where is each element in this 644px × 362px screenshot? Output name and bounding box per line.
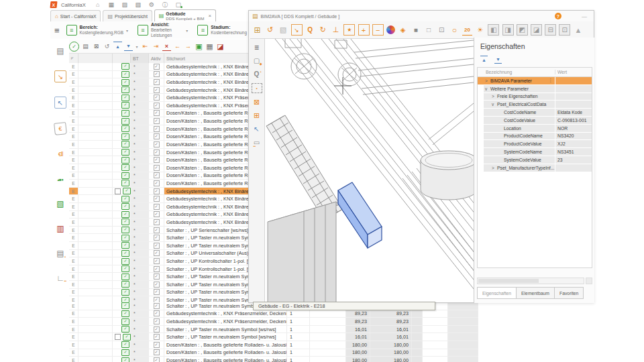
table-row[interactable]: E * Gebäudesystemtechnik : , KNX Binärei… — [69, 78, 249, 86]
aktiv-checkbox[interactable] — [154, 103, 160, 109]
nav-right-icon[interactable] — [184, 42, 193, 51]
tray-dots-icon[interactable] — [252, 138, 262, 147]
window-icon[interactable] — [107, 1, 115, 9]
rotate-view-icon[interactable] — [318, 25, 328, 35]
undo-icon[interactable] — [103, 42, 111, 51]
select-region-icon[interactable] — [252, 83, 262, 93]
document-tab[interactable]: Gebäude DDS Komplett « BIM — [154, 9, 216, 21]
view-left-icon[interactable] — [531, 24, 542, 36]
row-checkbox[interactable] — [115, 334, 121, 340]
doc-edit-icon[interactable] — [55, 248, 66, 259]
aktiv-checkbox[interactable] — [154, 196, 160, 202]
doc-list-icon[interactable] — [55, 46, 66, 56]
aktiv-checkbox[interactable] — [154, 110, 160, 116]
Freie Eigenschaften[interactable]: >Freie Eigenschaften — [478, 93, 592, 101]
properties-hscrollbar[interactable] — [477, 278, 584, 284]
aktiv-checkbox[interactable] — [154, 188, 160, 194]
aktiv-checkbox[interactable] — [154, 318, 160, 324]
nav-left-icon[interactable] — [173, 42, 182, 51]
table-row[interactable]: E * Schalter : , UP Kontrollschalter 1-p… — [69, 265, 249, 274]
aktiv-checkbox[interactable] — [154, 250, 160, 256]
view-iso-icon[interactable] — [559, 24, 570, 36]
filter-remove-icon[interactable] — [162, 42, 171, 51]
aktiv-checkbox[interactable] — [154, 258, 160, 264]
table-row[interactable]: E * Gebäudesystemtechnik : , KNX Binärei… — [69, 63, 249, 71]
zoom-fit-icon[interactable] — [343, 24, 355, 36]
settings-icon[interactable] — [148, 1, 156, 9]
zoom-region-icon[interactable] — [305, 25, 315, 35]
aktiv-checkbox[interactable] — [154, 211, 160, 217]
properties-tab[interactable]: Eigenschaften — [477, 287, 517, 299]
orbit-ring-icon[interactable] — [449, 25, 460, 35]
corner-dots-icon[interactable] — [55, 273, 66, 284]
table-row[interactable]: E * Dosen/Kästen : , Bauseits gelieferte… — [69, 125, 249, 133]
expander-icon[interactable]: > — [492, 166, 497, 170]
aktiv-checkbox[interactable] — [154, 204, 160, 210]
aktiv-checkbox[interactable] — [154, 326, 160, 333]
aktiv-checkbox[interactable] — [154, 133, 160, 139]
view-top-icon[interactable] — [488, 24, 499, 36]
table-row[interactable]: E * Gebäudesystemtechnik : , KNX Präsenz… — [69, 310, 478, 318]
column-header-stichwort[interactable]: Stichwort — [164, 54, 249, 63]
Pset_ManufacturerTypeInf...[interactable]: >Pset_ManufacturerTypeInf... — [478, 164, 592, 172]
arrow-nw-icon[interactable] — [252, 125, 262, 133]
cancel-cell-icon[interactable] — [92, 42, 101, 51]
table-row[interactable]: E * Dosen/Kästen : , Bauseits gelieferte… — [69, 357, 478, 362]
aktiv-checkbox[interactable] — [154, 342, 160, 348]
model-cube-icon[interactable] — [278, 25, 288, 35]
column-header-bt[interactable]: BT — [131, 54, 149, 63]
table-row[interactable]: E * Schalter : , UP Taster m.neutralem S… — [69, 234, 249, 242]
aktiv-checkbox[interactable] — [154, 274, 160, 280]
aktiv-checkbox[interactable] — [154, 282, 160, 288]
document-tab[interactable]: Start - CaliforniaX — [50, 10, 101, 21]
cone-view-icon[interactable] — [574, 25, 584, 35]
hidden-line-view-icon[interactable] — [437, 25, 447, 35]
solid-view-icon[interactable] — [411, 25, 421, 35]
iso-box-icon[interactable] — [252, 56, 262, 65]
table-row[interactable]: E * Schalter : , UP Taster m.neutralem S… — [69, 326, 478, 334]
view-right-icon[interactable] — [517, 24, 528, 36]
cube-green-icon[interactable] — [55, 198, 66, 209]
table-row[interactable]: E * Schalter : , UP Taster m.neutralem S… — [69, 281, 249, 289]
aktiv-checkbox[interactable] — [154, 149, 160, 156]
elements-green-icon[interactable] — [55, 174, 66, 184]
zoom-window-icon[interactable] — [291, 24, 303, 36]
sort-desc-icon[interactable] — [124, 42, 133, 51]
column-header-aktiv[interactable]: Aktiv — [149, 54, 164, 63]
aktiv-checkbox[interactable] — [154, 310, 160, 316]
ribbon-group-ansicht[interactable]: Ansicht: Bearbeiten Leistungen — [138, 22, 188, 38]
help-badge[interactable]: ? — [555, 13, 561, 19]
table-row[interactable]: E * Gebäudesystemtechnik : , KNX Binärei… — [69, 203, 249, 211]
table-row[interactable]: E * Schalter : , UP Taster m.neutralem S… — [69, 242, 249, 250]
Location[interactable]: Location NOR — [478, 125, 592, 133]
caret-down-icon[interactable] — [135, 42, 139, 51]
insert-box-icon[interactable] — [252, 111, 262, 120]
aktiv-checkbox[interactable] — [154, 157, 160, 163]
CostCodeValue[interactable]: CostCodeValue C-090813-001 — [478, 117, 592, 125]
tab-close-icon[interactable] — [208, 13, 211, 19]
expander-icon[interactable]: v — [485, 86, 490, 91]
aktiv-checkbox[interactable] — [154, 172, 160, 178]
ProductCodeValue[interactable]: ProductCodeValue XJ2 — [478, 140, 592, 148]
confirm-icon[interactable] — [69, 42, 79, 52]
aktiv-checkbox[interactable] — [154, 180, 160, 186]
table-row[interactable]: E * Dosen/Kästen : , Bauseits gelieferte… — [69, 172, 249, 180]
table-row[interactable]: E * Schalter : , UP Taster m.neutralem S… — [69, 333, 478, 341]
table-row[interactable]: E * Gebäudesystemtechnik : , KNX Präsenz… — [69, 94, 249, 102]
expander-icon[interactable]: > — [485, 78, 490, 83]
aktiv-checkbox[interactable] — [154, 349, 160, 355]
column-header-bezeichnung[interactable]: Bezeichnung — [478, 70, 555, 74]
zoom-out-icon[interactable] — [372, 24, 384, 36]
menu-icon[interactable] — [252, 43, 262, 52]
indent-in-icon[interactable] — [152, 42, 160, 51]
table-row[interactable]: E * Schalter : , UP Universalschalter (A… — [69, 250, 249, 258]
view-back-icon[interactable] — [545, 24, 556, 36]
table-row[interactable]: E * Gebäudesystemtechnik : , KNX Binärei… — [69, 86, 249, 95]
document-tab[interactable]: Projektübersicht — [103, 10, 152, 21]
aktiv-checkbox[interactable] — [154, 334, 160, 340]
expander-icon[interactable]: v — [492, 102, 497, 107]
view-front-icon[interactable] — [502, 24, 514, 36]
table-row[interactable]: E * Gebäudesystemtechnik : , KNX Binärei… — [69, 211, 249, 219]
expander-icon[interactable]: > — [492, 94, 497, 99]
table-row[interactable]: E * Gebäudesystemtechnik : , KNX Präsenz… — [69, 318, 478, 326]
